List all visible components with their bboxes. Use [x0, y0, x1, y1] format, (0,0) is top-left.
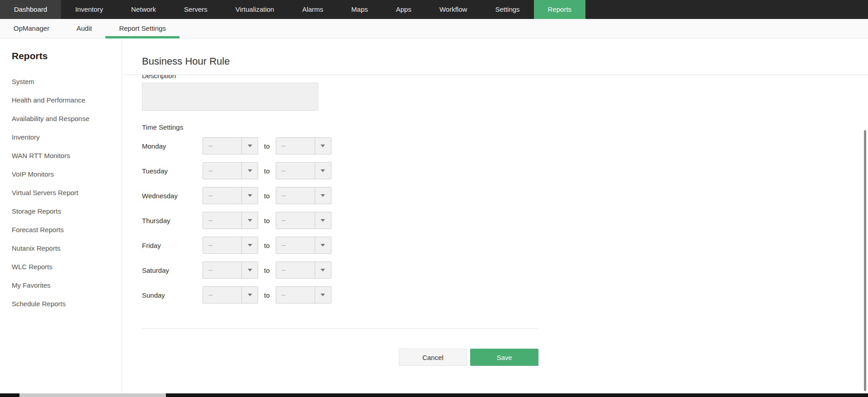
form-header: Business Hour Rule — [123, 39, 868, 75]
end-time-value: -- — [276, 217, 315, 224]
start-time-value: -- — [203, 142, 241, 149]
chevron-down-icon — [241, 163, 258, 179]
sidebar-item[interactable]: Forecast Reports — [12, 226, 122, 234]
time-setting-row: Thursday -- to -- — [142, 212, 868, 229]
top-nav-tab[interactable]: Virtualization — [222, 0, 288, 19]
business-hour-form: Description Time Settings Monday -- to -… — [123, 75, 868, 393]
top-navigation: Dashboard Inventory Network Servers Virt… — [0, 0, 868, 19]
end-time-value: -- — [276, 167, 315, 174]
top-nav-tab[interactable]: Workflow — [425, 0, 481, 19]
day-label: Tuesday — [142, 167, 203, 175]
chevron-down-icon — [241, 138, 258, 154]
top-nav-tab[interactable]: Apps — [382, 0, 425, 19]
start-time-value: -- — [203, 266, 241, 274]
top-nav-tab[interactable]: Dashboard — [0, 0, 61, 19]
secondary-nav-tab[interactable]: Report Settings — [105, 19, 179, 38]
secondary-nav-tab[interactable]: OpManager — [0, 19, 63, 38]
start-time-value: -- — [203, 242, 241, 249]
start-time-select[interactable]: -- — [203, 187, 258, 204]
end-time-select[interactable]: -- — [276, 137, 331, 154]
start-time-select[interactable]: -- — [203, 262, 258, 279]
sidebar-item[interactable]: VoIP Monitors — [12, 170, 122, 178]
time-setting-row: Monday -- to -- — [142, 137, 868, 154]
start-time-value: -- — [203, 167, 241, 174]
sidebar-item[interactable]: Health and Performance — [12, 96, 122, 104]
start-time-select[interactable]: -- — [203, 237, 258, 254]
end-time-select[interactable]: -- — [276, 187, 331, 204]
start-time-select[interactable]: -- — [203, 212, 258, 229]
to-label: to — [264, 291, 270, 299]
description-label: Description — [142, 75, 868, 80]
top-nav-tab[interactable]: Network — [117, 0, 170, 19]
to-label: to — [264, 217, 270, 224]
chevron-down-icon — [315, 138, 331, 154]
sidebar-title: Reports — [12, 51, 122, 61]
end-time-select[interactable]: -- — [276, 162, 331, 179]
start-time-select[interactable]: -- — [203, 286, 258, 304]
save-button[interactable]: Save — [470, 349, 538, 366]
sidebar-item[interactable]: Schedule Reports — [12, 300, 122, 308]
sidebar-item[interactable]: WAN RTT Monitors — [12, 152, 122, 160]
top-nav-tab[interactable]: Alarms — [288, 0, 337, 19]
start-time-value: -- — [203, 192, 241, 199]
start-time-value: -- — [203, 291, 241, 299]
day-label: Sunday — [142, 291, 203, 299]
page-title: Business Hour Rule — [142, 56, 868, 67]
time-setting-row: Sunday -- to -- — [142, 286, 868, 304]
start-time-select[interactable]: -- — [203, 137, 258, 154]
form-divider — [142, 328, 538, 329]
chevron-down-icon — [315, 287, 331, 303]
time-setting-row: Saturday -- to -- — [142, 262, 868, 279]
end-time-select[interactable]: -- — [276, 237, 331, 254]
sidebar-item[interactable]: System — [12, 78, 122, 86]
sidebar-item[interactable]: Virtual Servers Report — [12, 189, 122, 197]
sidebar-item[interactable]: WLC Reports — [12, 263, 122, 271]
chevron-down-icon — [315, 187, 331, 204]
top-nav-tab[interactable]: Reports — [534, 0, 586, 19]
top-nav-tab[interactable]: Servers — [170, 0, 222, 19]
chevron-down-icon — [315, 262, 331, 278]
horizontal-scrollbar-thumb[interactable] — [19, 393, 166, 397]
end-time-select[interactable]: -- — [276, 262, 331, 279]
chevron-down-icon — [241, 287, 258, 303]
day-label: Friday — [142, 242, 203, 249]
end-time-value: -- — [276, 291, 315, 299]
chevron-down-icon — [241, 212, 258, 229]
top-nav-tab[interactable]: Settings — [481, 0, 533, 19]
horizontal-scrollbar[interactable] — [0, 393, 868, 397]
time-settings-label: Time Settings — [142, 123, 868, 131]
sidebar-item[interactable]: My Favorites — [12, 281, 122, 290]
vertical-scrollbar-thumb[interactable] — [864, 130, 866, 391]
to-label: to — [264, 142, 270, 150]
form-actions: Cancel Save — [142, 349, 538, 366]
cancel-button[interactable]: Cancel — [399, 349, 467, 366]
top-nav-tab[interactable]: Inventory — [61, 0, 117, 19]
to-label: to — [264, 192, 270, 200]
time-setting-row: Tuesday -- to -- — [142, 162, 868, 179]
sidebar-item-list: System Health and Performance Availabili… — [12, 78, 122, 308]
secondary-nav-tab[interactable]: Audit — [63, 19, 105, 38]
day-label: Wednesday — [142, 192, 203, 200]
reports-sidebar: Reports System Health and Performance Av… — [0, 39, 122, 393]
chevron-down-icon — [315, 163, 331, 179]
to-label: to — [264, 167, 270, 175]
end-time-value: -- — [276, 142, 315, 149]
sidebar-item[interactable]: Inventory — [12, 133, 122, 141]
time-setting-row: Friday -- to -- — [142, 237, 868, 254]
description-input[interactable] — [142, 83, 318, 111]
end-time-value: -- — [276, 266, 315, 274]
chevron-down-icon — [315, 212, 331, 229]
main-content: Business Hour Rule Description Time Sett… — [123, 39, 868, 393]
sidebar-item[interactable]: Storage Reports — [12, 207, 122, 215]
end-time-select[interactable]: -- — [276, 212, 331, 229]
end-time-select[interactable]: -- — [276, 286, 331, 304]
chevron-down-icon — [241, 187, 258, 204]
start-time-select[interactable]: -- — [203, 162, 258, 179]
day-label: Monday — [142, 142, 203, 150]
chevron-down-icon — [241, 262, 258, 278]
sidebar-item[interactable]: Availability and Response — [12, 115, 122, 123]
day-label: Thursday — [142, 217, 203, 224]
top-nav-tab[interactable]: Maps — [337, 0, 382, 19]
sidebar-item[interactable]: Nutanix Reports — [12, 244, 122, 252]
time-setting-row: Wednesday -- to -- — [142, 187, 868, 204]
